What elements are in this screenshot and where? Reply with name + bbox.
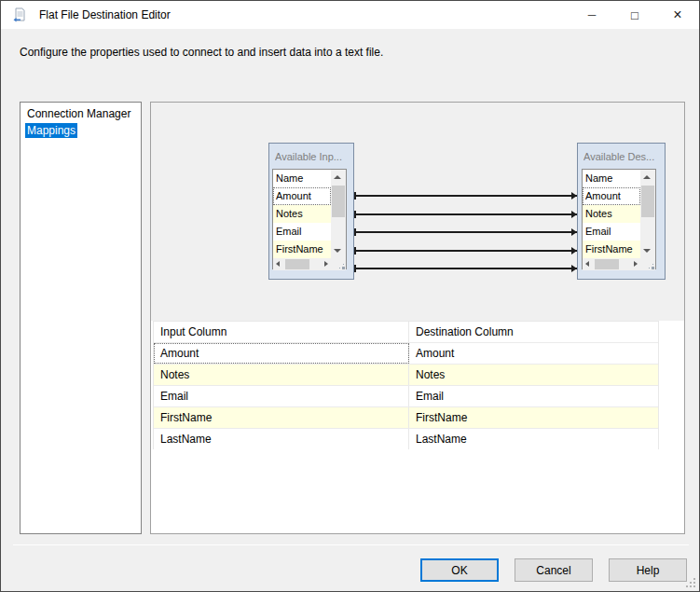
input-column-cell[interactable]: Amount — [154, 343, 409, 364]
horizontal-scrollbar-thumb[interactable] — [285, 259, 309, 269]
vertical-scrollbar[interactable] — [640, 170, 655, 258]
mapping-table-header: Input Column Destination Column — [154, 322, 658, 342]
available-destinations-list: Name Amount Notes Email FirstName — [582, 169, 656, 269]
available-destinations-box[interactable]: Available Des... Name Amount Notes Email… — [577, 143, 666, 280]
horizontal-scrollbar-thumb[interactable] — [595, 259, 619, 269]
input-column-cell[interactable]: LastName — [154, 429, 409, 449]
list-item[interactable]: FirstName — [583, 241, 640, 258]
list-item[interactable]: Notes — [273, 205, 331, 223]
help-button[interactable]: Help — [609, 558, 687, 582]
table-row: LastName LastName — [154, 428, 658, 449]
dialog-description: Configure the properties used to connect… — [20, 46, 383, 59]
list-item[interactable]: Amount — [273, 187, 331, 205]
available-inputs-box[interactable]: Available Inp... Name Amount Notes Email… — [268, 143, 354, 280]
destination-column-cell[interactable]: Notes — [409, 365, 658, 385]
ok-button[interactable]: OK — [420, 558, 499, 582]
list-item[interactable]: Amount — [583, 187, 640, 205]
list-item[interactable]: Email — [583, 223, 640, 241]
mapping-table: Input Column Destination Column Amount A… — [153, 321, 659, 449]
resize-grip-icon — [343, 268, 344, 268]
minimize-button[interactable]: ─ — [570, 1, 613, 29]
header-input-column: Input Column — [154, 322, 409, 342]
table-row: Email Email — [154, 385, 658, 406]
cancel-button[interactable]: Cancel — [515, 558, 593, 582]
horizontal-scrollbar[interactable] — [583, 258, 640, 270]
list-item[interactable]: Notes — [583, 205, 640, 223]
vertical-scrollbar-thumb[interactable] — [332, 186, 345, 217]
list-item[interactable]: FirstName — [273, 241, 331, 258]
flat-file-destination-icon — [12, 7, 27, 22]
table-row: Amount Amount — [154, 342, 658, 364]
list-resize-corner[interactable] — [640, 258, 655, 270]
scroll-left-icon[interactable] — [585, 261, 589, 267]
footer-separator — [13, 544, 689, 545]
available-inputs-list: Name Amount Notes Email FirstName — [272, 169, 347, 269]
mapping-line-email[interactable] — [354, 231, 577, 233]
mapping-line-lastname[interactable] — [354, 268, 577, 269]
input-column-cell[interactable]: FirstName — [154, 407, 409, 428]
header-destination-column: Destination Column — [409, 322, 658, 342]
destination-column-cell[interactable]: LastName — [409, 429, 658, 449]
table-row: FirstName FirstName — [154, 406, 658, 428]
title-bar[interactable]: Flat File Destination Editor ─ □ × — [1, 1, 699, 29]
input-column-cell[interactable]: Email — [154, 386, 409, 406]
scroll-up-icon[interactable] — [334, 175, 341, 179]
window-resize-grip[interactable] — [684, 576, 695, 587]
window-title: Flat File Destination Editor — [39, 8, 171, 21]
destination-column-cell[interactable]: Email — [409, 386, 658, 406]
scroll-right-icon[interactable] — [634, 261, 638, 267]
resize-grip-icon — [652, 268, 653, 268]
sidebar-item-connection-manager[interactable]: Connection Manager — [21, 105, 141, 122]
scroll-right-icon[interactable] — [324, 261, 328, 267]
input-column-cell[interactable]: Notes — [154, 365, 409, 385]
list-column-header: Name — [583, 170, 640, 187]
mapping-table-zone: Input Column Destination Column Amount A… — [151, 321, 684, 533]
list-column-header: Name — [273, 170, 331, 187]
mapping-line-notes[interactable] — [354, 213, 577, 215]
destination-column-cell[interactable]: FirstName — [409, 407, 658, 428]
horizontal-scrollbar[interactable] — [273, 258, 331, 270]
pages-sidebar: Connection Manager Mappings — [20, 102, 142, 534]
mappings-panel: Available Inp... Name Amount Notes Email… — [150, 102, 685, 534]
available-destinations-title: Available Des... — [583, 151, 665, 162]
mapping-line-amount[interactable] — [354, 195, 577, 197]
scroll-down-icon[interactable] — [643, 249, 651, 253]
close-button[interactable]: × — [656, 1, 699, 29]
list-resize-corner[interactable] — [331, 258, 346, 270]
destination-column-cell[interactable]: Amount — [409, 343, 658, 364]
table-row: Notes Notes — [154, 364, 658, 385]
vertical-scrollbar-thumb[interactable] — [641, 186, 654, 217]
maximize-button[interactable]: □ — [613, 1, 656, 29]
mapping-line-firstname[interactable] — [354, 250, 577, 252]
vertical-scrollbar[interactable] — [331, 170, 346, 258]
scroll-up-icon[interactable] — [643, 175, 651, 179]
available-inputs-title: Available Inp... — [275, 151, 353, 162]
sidebar-item-mappings[interactable]: Mappings — [21, 122, 141, 139]
list-item[interactable]: Email — [273, 223, 331, 241]
scroll-left-icon[interactable] — [276, 261, 280, 267]
scroll-down-icon[interactable] — [334, 249, 341, 253]
flat-file-destination-editor-window: Flat File Destination Editor ─ □ × Confi… — [0, 0, 700, 592]
